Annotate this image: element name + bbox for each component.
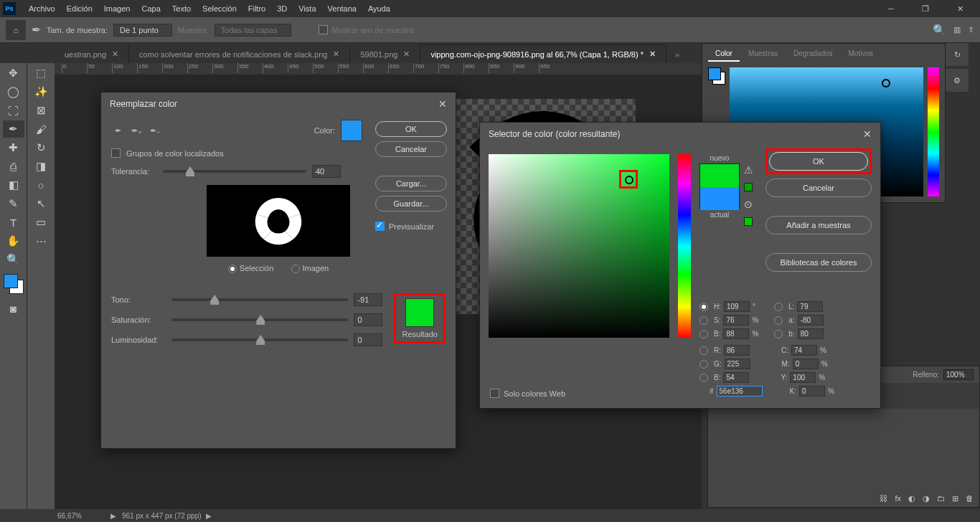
gradients-tab[interactable]: Degradados <box>786 47 839 62</box>
b2-input[interactable]: 54 <box>723 372 749 383</box>
wand-tool[interactable]: ✨ <box>30 83 52 100</box>
r-input[interactable]: 86 <box>724 345 750 356</box>
tolerance-slider[interactable] <box>163 170 306 173</box>
fill-input[interactable]: 100% <box>943 369 974 380</box>
minimize-icon[interactable]: ─ <box>877 0 905 17</box>
lasso-tool[interactable]: ◯ <box>3 83 24 100</box>
mask-icon[interactable]: ◐ <box>908 494 915 503</box>
l-radio[interactable] <box>774 303 783 311</box>
quickmask-icon[interactable]: ◙ <box>3 300 24 317</box>
tab-close-icon[interactable]: ✕ <box>403 49 410 59</box>
sample-dropdown[interactable]: Todas las capas <box>215 24 291 37</box>
menu-ayuda[interactable]: Ayuda <box>362 1 396 16</box>
preview-checkbox[interactable] <box>375 222 385 231</box>
home-icon[interactable]: ⌂ <box>6 20 26 40</box>
b2-radio[interactable] <box>699 374 708 382</box>
marquee-tool[interactable]: ⬚ <box>30 65 52 82</box>
websafe-swatch[interactable] <box>744 217 753 226</box>
menu-ventana[interactable]: Ventana <box>322 1 362 16</box>
history-tool[interactable]: ↻ <box>30 139 52 156</box>
doc-tab-3[interactable]: vippng.com-ojo-png-908916.png al 66,7% (… <box>420 44 666 63</box>
hand-tool[interactable]: ✋ <box>3 232 24 250</box>
tone-input[interactable]: -91 <box>354 293 382 306</box>
image-radio[interactable]: Imagen <box>291 264 329 273</box>
gamut-warning-icon[interactable]: ⚠ <box>744 164 753 176</box>
tolerance-input[interactable]: 40 <box>312 165 341 178</box>
eyedropper-minus-icon[interactable]: ✒₋ <box>149 124 161 137</box>
bb-input[interactable]: 80 <box>798 328 824 339</box>
trash-icon[interactable]: 🗑 <box>966 494 974 503</box>
menu-archivo[interactable]: Archivo <box>23 1 61 16</box>
websafe-warning-icon[interactable]: ⊙ <box>744 199 753 210</box>
b-input[interactable]: 88 <box>723 328 749 339</box>
adjust-icon[interactable]: ◑ <box>923 494 930 503</box>
l-input[interactable]: 79 <box>797 301 823 312</box>
s-radio[interactable] <box>699 316 708 325</box>
folder-icon[interactable]: 🗀 <box>937 494 945 503</box>
hex-input[interactable]: 56e136 <box>717 386 763 397</box>
history-dock-icon[interactable]: ↻ <box>946 43 969 66</box>
shape-tool[interactable]: ▭ <box>30 214 52 231</box>
pen-tool[interactable]: ✎ <box>3 195 24 212</box>
ok-button[interactable]: OK <box>375 121 447 137</box>
show-ring-checkbox[interactable] <box>319 25 328 34</box>
dodge-tool[interactable]: ○ <box>30 176 52 194</box>
doc-tab-2[interactable]: 59801.png✕ <box>350 45 420 63</box>
path-tool[interactable]: ↖ <box>30 195 52 212</box>
swatches-tab[interactable]: Muestras <box>741 47 785 62</box>
web-only-checkbox[interactable] <box>490 389 499 398</box>
g-radio[interactable] <box>699 360 708 369</box>
close-icon[interactable]: ✕ <box>946 0 974 17</box>
color-marker[interactable] <box>882 79 890 87</box>
sv-field[interactable] <box>489 154 669 338</box>
eraser-tool[interactable]: ◧ <box>3 176 24 194</box>
sv-marker[interactable] <box>625 176 633 184</box>
menu-3d[interactable]: 3D <box>271 1 293 16</box>
ellipsis-tool[interactable]: ⋯ <box>30 232 52 250</box>
sample-size-dropdown[interactable]: De 1 punto <box>113 24 172 37</box>
close-icon[interactable]: ✕ <box>438 98 447 110</box>
menu-vista[interactable]: Vista <box>293 1 321 16</box>
stamp-tool[interactable]: ⎙ <box>3 158 24 175</box>
fx-icon[interactable]: fx <box>895 494 901 503</box>
heal-tool[interactable]: ✚ <box>3 139 24 156</box>
h-input[interactable]: 109 <box>724 301 750 312</box>
brush-tool[interactable]: 🖌 <box>30 120 52 138</box>
doc-tab-0[interactable]: uestran.png✕ <box>55 45 129 63</box>
patterns-tab[interactable]: Motivos <box>842 47 880 62</box>
menu-filtro[interactable]: Filtro <box>242 1 271 16</box>
y-input[interactable]: 100 <box>790 372 816 383</box>
frame-tool[interactable]: ⊠ <box>30 102 52 119</box>
load-button[interactable]: Cargar... <box>375 176 447 191</box>
tab-close-icon[interactable]: ✕ <box>333 49 339 59</box>
doc-tab-1[interactable]: como solventar errores de notificaciones… <box>129 45 350 63</box>
bb-radio[interactable] <box>774 330 783 338</box>
ok-button[interactable]: OK <box>769 152 868 171</box>
maximize-icon[interactable]: ❐ <box>911 0 940 17</box>
localized-checkbox[interactable] <box>111 148 121 158</box>
b-radio[interactable] <box>699 330 708 338</box>
gamut-swatch[interactable] <box>744 183 753 191</box>
hue-strip[interactable] <box>928 67 939 196</box>
properties-dock-icon[interactable]: ⚙ <box>946 69 969 92</box>
eyedropper-icon[interactable]: ✒ <box>111 124 124 137</box>
eyedropper-plus-icon[interactable]: ✒₊ <box>130 124 143 137</box>
cancel-button[interactable]: Cancelar <box>765 179 872 197</box>
zoom-tool[interactable]: 🔍 <box>3 251 24 268</box>
menu-texto[interactable]: Texto <box>166 1 197 16</box>
menu-edicion[interactable]: Edición <box>61 1 98 16</box>
text-tool[interactable]: T <box>3 214 24 231</box>
color-tab[interactable]: Color <box>708 47 740 62</box>
share-icon[interactable]: ⇪ <box>968 25 974 34</box>
tab-close-icon[interactable]: ✕ <box>112 49 118 59</box>
s-input[interactable]: 76 <box>723 315 749 326</box>
add-swatch-button[interactable]: Añadir a muestras <box>765 216 872 234</box>
color-swatches[interactable] <box>4 274 24 294</box>
link-icon[interactable]: ⛓ <box>880 494 887 503</box>
tone-slider[interactable] <box>171 298 348 301</box>
crop-tool[interactable]: ⛶ <box>3 102 24 119</box>
libraries-button[interactable]: Bibliotecas de colores <box>765 253 872 272</box>
search-icon[interactable]: 🔍 <box>933 24 946 37</box>
workspace-icon[interactable]: ▥ <box>953 25 961 34</box>
c-input[interactable]: 74 <box>791 345 817 356</box>
